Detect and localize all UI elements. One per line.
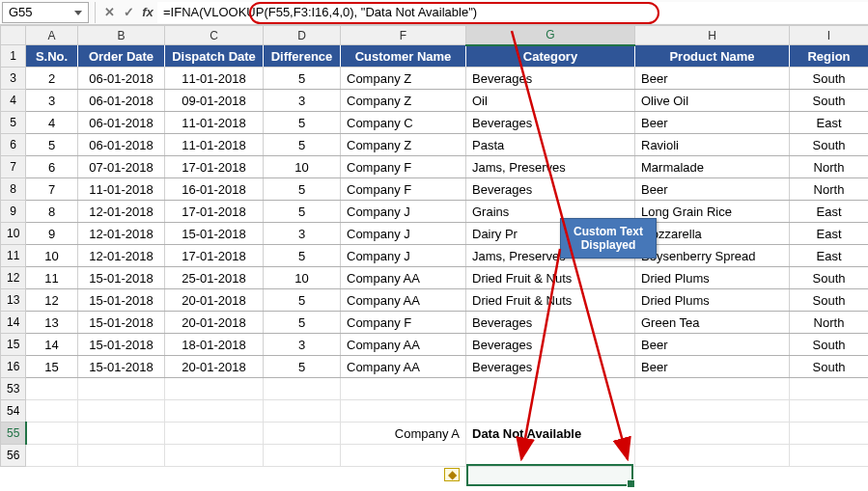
cell[interactable] [466,400,635,423]
cell[interactable]: 17-01-2018 [165,201,264,223]
col-header-C[interactable]: C [165,26,264,45]
cell[interactable]: Dried Fruit & Nuts [466,267,635,289]
row-header[interactable]: 6 [1,134,26,156]
cell[interactable] [26,378,78,400]
cell[interactable] [264,400,341,423]
cell[interactable]: Company J [341,245,466,267]
cell[interactable]: 9 [26,223,78,245]
col-header-I[interactable]: I [790,26,869,45]
cell[interactable]: 06-01-2018 [78,134,165,156]
cell[interactable] [78,423,165,445]
cell[interactable]: East [790,223,869,245]
row-header[interactable]: 10 [1,223,26,245]
cell[interactable]: Data Not Available [466,423,635,445]
cell[interactable]: East [790,201,869,223]
col-header-G[interactable]: G [466,26,635,45]
cell[interactable]: Company F [341,178,466,201]
cell[interactable] [635,445,790,467]
col-header-B[interactable]: B [78,26,165,45]
cell[interactable]: 5 [264,68,341,90]
cell[interactable]: 12-01-2018 [78,201,165,223]
cell[interactable]: 5 [264,178,341,201]
cell[interactable] [26,400,78,423]
cell[interactable]: 2 [26,68,78,90]
cell[interactable]: 15-01-2018 [165,223,264,245]
cell[interactable]: Company Z [341,90,466,112]
cell[interactable]: 5 [264,312,341,334]
cell[interactable]: 15 [26,356,78,378]
cell[interactable]: 10 [264,156,341,178]
cell[interactable]: 4 [26,112,78,134]
row-header[interactable]: 13 [1,289,26,312]
row-header[interactable]: 12 [1,267,26,289]
cell[interactable]: South [790,134,869,156]
cell[interactable] [635,400,790,423]
cell[interactable]: 06-01-2018 [78,68,165,90]
hdr-customer[interactable]: Customer Name [341,45,466,68]
cell[interactable]: Green Tea [635,312,790,334]
cell[interactable]: 07-01-2018 [78,156,165,178]
cell[interactable] [790,423,869,445]
cell[interactable]: Ravioli [635,134,790,156]
cancel-button[interactable]: ✕ [99,2,119,23]
cell[interactable]: 06-01-2018 [78,112,165,134]
cell[interactable]: Dried Plums [635,267,790,289]
cell[interactable]: Company AA [341,289,466,312]
cell[interactable]: Company F [341,312,466,334]
row-header[interactable]: 9 [1,201,26,223]
cell[interactable]: Company AA [341,334,466,356]
cell[interactable]: Beer [635,334,790,356]
cell[interactable] [466,378,635,400]
name-box[interactable]: G55 [2,2,89,23]
col-header-A[interactable]: A [26,26,78,45]
cell[interactable]: 11-01-2018 [78,178,165,201]
cell[interactable]: South [790,68,869,90]
cell[interactable] [26,445,78,467]
cell[interactable] [78,445,165,467]
cell[interactable] [790,445,869,467]
cell[interactable]: 20-01-2018 [165,289,264,312]
cell[interactable]: Long Grain Rice [635,201,790,223]
cell[interactable] [466,445,635,467]
cell[interactable]: East [790,245,869,267]
row-header[interactable]: 3 [1,68,26,90]
cell[interactable]: Beverages [466,312,635,334]
cell[interactable]: Beer [635,178,790,201]
hdr-dispatchdate[interactable]: Dispatch Date [165,45,264,68]
hdr-sno[interactable]: S.No. [26,45,78,68]
cell[interactable]: Company Z [341,68,466,90]
cell[interactable]: 11 [26,267,78,289]
cell[interactable]: Marmalade [635,156,790,178]
cell[interactable] [341,400,466,423]
cell[interactable]: Beer [635,68,790,90]
cell[interactable]: Beer [635,112,790,134]
cell[interactable]: 15-01-2018 [78,267,165,289]
cell[interactable] [790,400,869,423]
cell[interactable]: Company Z [341,134,466,156]
row-header[interactable]: 53 [1,378,26,400]
cell[interactable]: Pasta [466,134,635,156]
cell[interactable] [790,378,869,400]
cell[interactable]: Company AA [341,267,466,289]
cell[interactable]: 20-01-2018 [165,356,264,378]
cell[interactable]: 8 [26,201,78,223]
cell[interactable]: Company J [341,223,466,245]
cell[interactable]: South [790,267,869,289]
cell[interactable]: 11-01-2018 [165,68,264,90]
cell[interactable]: Beverages [466,334,635,356]
cell[interactable]: South [790,90,869,112]
cell[interactable]: North [790,178,869,201]
cell[interactable]: 3 [264,334,341,356]
cell[interactable]: South [790,289,869,312]
cell[interactable]: Olive Oil [635,90,790,112]
cell[interactable] [78,378,165,400]
cell[interactable] [78,400,165,423]
cell[interactable]: Dried Fruit & Nuts [466,289,635,312]
cell[interactable] [635,423,790,445]
warning-icon[interactable]: ◆ [444,468,460,481]
row-header[interactable]: 55 [1,423,26,445]
cell[interactable]: 25-01-2018 [165,267,264,289]
cell[interactable]: 3 [264,90,341,112]
cell[interactable]: Boysenberry Spread [635,245,790,267]
cell[interactable]: Beverages [466,356,635,378]
